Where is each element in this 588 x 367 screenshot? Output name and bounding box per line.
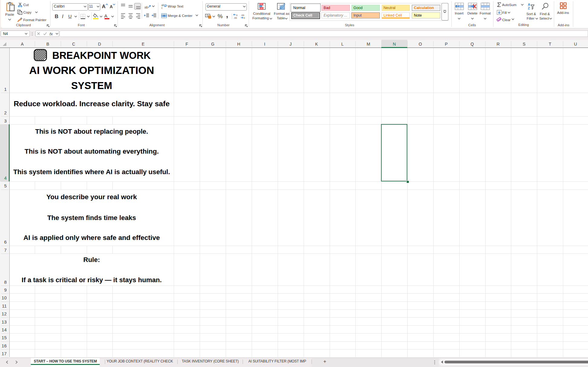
svg-text:ab: ab <box>144 5 148 9</box>
svg-text:0: 0 <box>236 14 238 17</box>
svg-text:.00: .00 <box>234 17 237 19</box>
svg-text:Z: Z <box>528 6 530 10</box>
svg-text:0: 0 <box>244 17 245 19</box>
svg-text:.00: .00 <box>241 14 244 17</box>
svg-text:A: A <box>528 3 530 6</box>
